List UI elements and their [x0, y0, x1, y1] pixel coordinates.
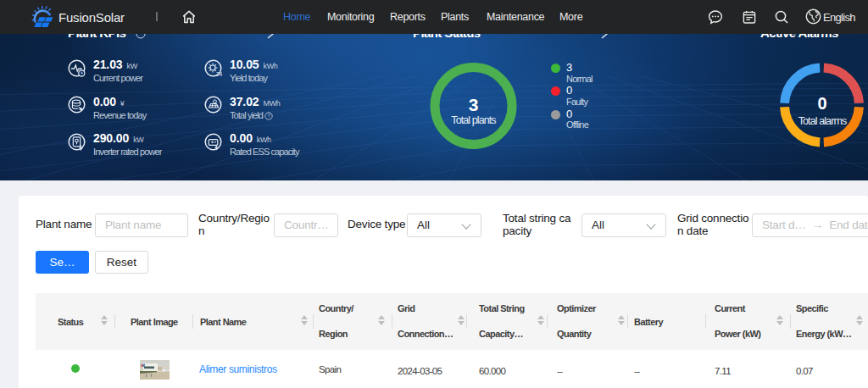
- svg-text:?: ?: [267, 113, 270, 119]
- svg-text:24: 24: [216, 71, 223, 77]
